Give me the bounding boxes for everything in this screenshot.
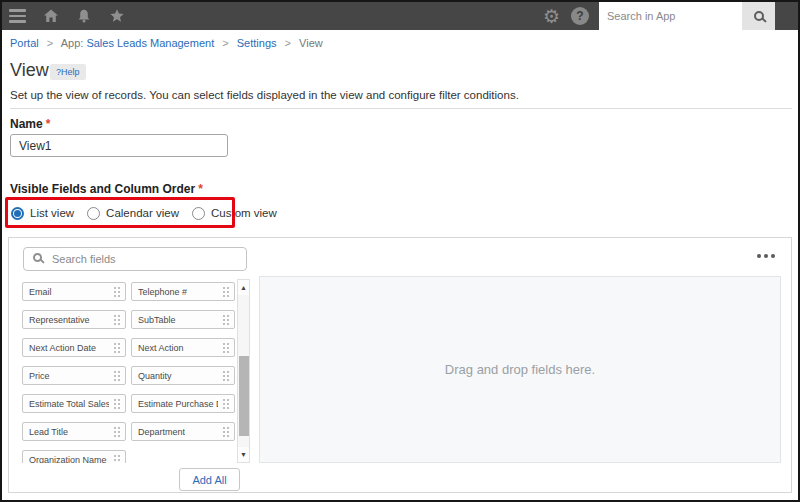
drag-handle-icon [113,370,122,383]
breadcrumb-app-prefix: App: [61,37,87,49]
section-divider [10,108,792,109]
home-icon[interactable] [43,8,59,24]
top-navigation-bar: ⚙ ? [2,2,798,30]
topbar-left-icons [2,8,125,24]
options-menu-icon[interactable] [757,254,775,258]
scroll-down-icon[interactable]: ▼ [238,447,249,462]
app-window: ⚙ ? Portal > App: Sales Leads Management… [0,0,800,502]
drop-zone[interactable]: Drag and drop fields here. [259,276,781,463]
favorites-star-icon[interactable] [109,8,125,24]
field-chip[interactable]: Next Action [131,338,235,357]
drag-handle-icon [113,426,122,439]
search-fields-input[interactable] [52,248,242,270]
gear-icon[interactable]: ⚙ [543,2,560,30]
drag-handle-icon [222,398,231,411]
available-fields-list: Email Representative Next Action Date Pr… [22,282,240,463]
required-asterisk: * [46,117,51,131]
fields-column-1: Email Representative Next Action Date Pr… [22,282,126,463]
breadcrumb: Portal > App: Sales Leads Management > S… [10,37,323,49]
view-type-radio-group: List view Calendar view Custom view [11,204,277,222]
radio-button-icon [11,207,24,220]
drag-handle-icon [113,314,122,327]
field-chip[interactable]: Estimate Purchase D... [131,394,235,413]
field-chip[interactable]: Lead Title [22,422,126,441]
drag-handle-icon [113,342,122,355]
radio-calendar-view[interactable]: Calendar view [87,207,179,220]
radio-list-view[interactable]: List view [11,207,74,220]
notifications-bell-icon[interactable] [76,8,92,24]
drag-handle-icon [222,370,231,383]
field-picker-panel: Email Representative Next Action Date Pr… [8,237,792,493]
drag-handle-icon [113,286,122,299]
field-chip[interactable]: Email [22,282,126,301]
field-chip[interactable]: SubTable [131,310,235,329]
drag-handle-icon [222,286,231,299]
breadcrumb-portal-link[interactable]: Portal [10,37,39,49]
radio-button-icon [87,207,100,220]
field-chip[interactable]: Organization Name [22,450,126,463]
field-chip[interactable]: Next Action Date [22,338,126,357]
breadcrumb-app-link[interactable]: Sales Leads Management [86,37,214,49]
help-icon[interactable]: ? [571,7,589,25]
drop-zone-hint: Drag and drop fields here. [445,362,595,377]
field-chip[interactable]: Quantity [131,366,235,385]
drag-handle-icon [113,398,122,411]
search-button[interactable] [742,2,775,30]
field-chip[interactable]: Telephone # [131,282,235,301]
fields-search-box [23,247,247,271]
drag-handle-icon [113,454,122,463]
search-icon [754,11,764,21]
help-link-badge[interactable]: ?Help [50,64,86,80]
field-chip[interactable]: Representative [22,310,126,329]
search-input[interactable] [599,2,742,30]
breadcrumb-current-page: View [299,37,323,49]
name-label: Name* [10,117,50,131]
menu-icon[interactable] [9,9,26,23]
radio-button-icon [192,207,205,220]
field-chip[interactable]: Price [22,366,126,385]
field-chip[interactable]: Department [131,422,235,441]
radio-custom-view[interactable]: Custom view [192,207,277,220]
search-icon [33,253,42,262]
fields-scrollbar[interactable]: ▲ ▼ [237,279,250,463]
view-name-input[interactable] [10,134,228,157]
breadcrumb-separator: > [285,37,291,49]
scroll-up-icon[interactable]: ▲ [238,280,249,295]
page-title: View [10,60,49,81]
drag-handle-icon [222,342,231,355]
scrollbar-thumb[interactable] [239,356,249,436]
drag-handle-icon [222,426,231,439]
page-description: Set up the view of records. You can sele… [10,89,519,101]
drag-handle-icon [222,314,231,327]
breadcrumb-separator: > [47,37,53,49]
required-asterisk: * [198,182,203,196]
add-all-button[interactable]: Add All [179,468,240,491]
app-search-box [599,2,775,30]
breadcrumb-settings-link[interactable]: Settings [237,37,277,49]
topbar-right-cluster: ⚙ ? [543,2,775,30]
field-chip[interactable]: Estimate Total Sales [22,394,126,413]
fields-column-2: Telephone # SubTable Next Action Quantit… [131,282,235,450]
breadcrumb-separator: > [222,37,228,49]
visible-fields-label: Visible Fields and Column Order* [10,182,203,196]
